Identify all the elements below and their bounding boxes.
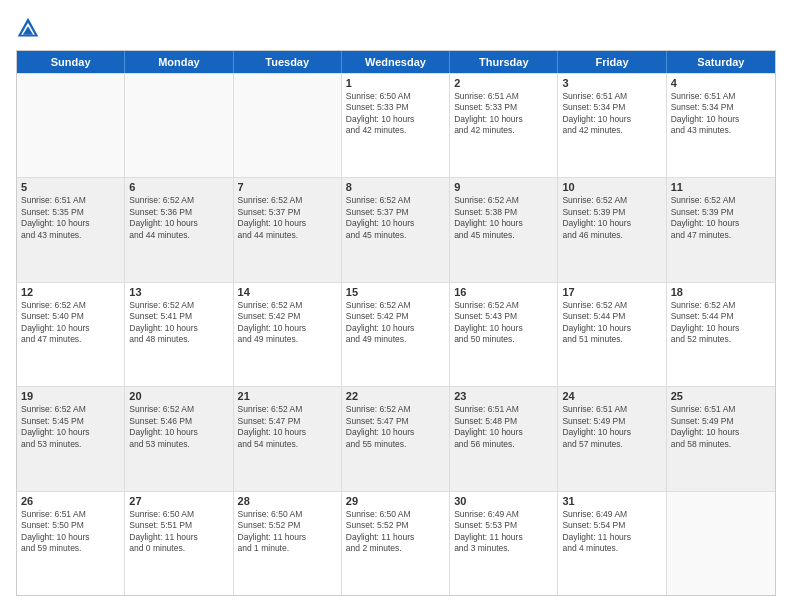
day-number: 14 [238, 286, 337, 298]
day-info: Sunrise: 6:50 AMSunset: 5:51 PMDaylight:… [129, 509, 228, 555]
day-info: Sunrise: 6:49 AMSunset: 5:53 PMDaylight:… [454, 509, 553, 555]
day-number: 16 [454, 286, 553, 298]
calendar-cell: 5Sunrise: 6:51 AMSunset: 5:35 PMDaylight… [17, 178, 125, 281]
day-info: Sunrise: 6:52 AMSunset: 5:46 PMDaylight:… [129, 404, 228, 450]
day-info: Sunrise: 6:52 AMSunset: 5:45 PMDaylight:… [21, 404, 120, 450]
calendar-cell: 13Sunrise: 6:52 AMSunset: 5:41 PMDayligh… [125, 283, 233, 386]
calendar-row-1: 1Sunrise: 6:50 AMSunset: 5:33 PMDaylight… [17, 73, 775, 177]
day-info: Sunrise: 6:52 AMSunset: 5:40 PMDaylight:… [21, 300, 120, 346]
day-number: 6 [129, 181, 228, 193]
day-info: Sunrise: 6:52 AMSunset: 5:47 PMDaylight:… [346, 404, 445, 450]
logo [16, 16, 44, 40]
calendar-cell: 4Sunrise: 6:51 AMSunset: 5:34 PMDaylight… [667, 74, 775, 177]
calendar-cell: 26Sunrise: 6:51 AMSunset: 5:50 PMDayligh… [17, 492, 125, 595]
calendar-row-2: 5Sunrise: 6:51 AMSunset: 5:35 PMDaylight… [17, 177, 775, 281]
calendar-cell [234, 74, 342, 177]
weekday-header-tuesday: Tuesday [234, 51, 342, 73]
day-number: 1 [346, 77, 445, 89]
calendar-cell: 18Sunrise: 6:52 AMSunset: 5:44 PMDayligh… [667, 283, 775, 386]
calendar-cell: 14Sunrise: 6:52 AMSunset: 5:42 PMDayligh… [234, 283, 342, 386]
calendar-header: SundayMondayTuesdayWednesdayThursdayFrid… [17, 51, 775, 73]
calendar-cell: 19Sunrise: 6:52 AMSunset: 5:45 PMDayligh… [17, 387, 125, 490]
calendar-cell: 15Sunrise: 6:52 AMSunset: 5:42 PMDayligh… [342, 283, 450, 386]
calendar-cell [125, 74, 233, 177]
weekday-header-thursday: Thursday [450, 51, 558, 73]
day-number: 22 [346, 390, 445, 402]
day-info: Sunrise: 6:52 AMSunset: 5:36 PMDaylight:… [129, 195, 228, 241]
day-number: 21 [238, 390, 337, 402]
calendar-cell: 20Sunrise: 6:52 AMSunset: 5:46 PMDayligh… [125, 387, 233, 490]
day-info: Sunrise: 6:52 AMSunset: 5:38 PMDaylight:… [454, 195, 553, 241]
calendar-cell [17, 74, 125, 177]
weekday-header-saturday: Saturday [667, 51, 775, 73]
calendar-cell: 23Sunrise: 6:51 AMSunset: 5:48 PMDayligh… [450, 387, 558, 490]
calendar-cell: 22Sunrise: 6:52 AMSunset: 5:47 PMDayligh… [342, 387, 450, 490]
calendar-cell: 3Sunrise: 6:51 AMSunset: 5:34 PMDaylight… [558, 74, 666, 177]
day-number: 15 [346, 286, 445, 298]
day-info: Sunrise: 6:49 AMSunset: 5:54 PMDaylight:… [562, 509, 661, 555]
calendar-cell: 12Sunrise: 6:52 AMSunset: 5:40 PMDayligh… [17, 283, 125, 386]
day-number: 8 [346, 181, 445, 193]
calendar-cell: 30Sunrise: 6:49 AMSunset: 5:53 PMDayligh… [450, 492, 558, 595]
day-number: 13 [129, 286, 228, 298]
day-number: 17 [562, 286, 661, 298]
calendar-cell: 28Sunrise: 6:50 AMSunset: 5:52 PMDayligh… [234, 492, 342, 595]
day-number: 11 [671, 181, 771, 193]
day-info: Sunrise: 6:51 AMSunset: 5:35 PMDaylight:… [21, 195, 120, 241]
weekday-header-wednesday: Wednesday [342, 51, 450, 73]
calendar-cell: 6Sunrise: 6:52 AMSunset: 5:36 PMDaylight… [125, 178, 233, 281]
calendar-body: 1Sunrise: 6:50 AMSunset: 5:33 PMDaylight… [17, 73, 775, 595]
day-info: Sunrise: 6:50 AMSunset: 5:52 PMDaylight:… [346, 509, 445, 555]
calendar-cell: 17Sunrise: 6:52 AMSunset: 5:44 PMDayligh… [558, 283, 666, 386]
day-info: Sunrise: 6:51 AMSunset: 5:34 PMDaylight:… [671, 91, 771, 137]
day-info: Sunrise: 6:51 AMSunset: 5:50 PMDaylight:… [21, 509, 120, 555]
day-info: Sunrise: 6:52 AMSunset: 5:37 PMDaylight:… [238, 195, 337, 241]
calendar-cell: 2Sunrise: 6:51 AMSunset: 5:33 PMDaylight… [450, 74, 558, 177]
calendar-row-5: 26Sunrise: 6:51 AMSunset: 5:50 PMDayligh… [17, 491, 775, 595]
day-number: 24 [562, 390, 661, 402]
day-number: 5 [21, 181, 120, 193]
day-info: Sunrise: 6:52 AMSunset: 5:43 PMDaylight:… [454, 300, 553, 346]
header [16, 16, 776, 40]
calendar-cell: 11Sunrise: 6:52 AMSunset: 5:39 PMDayligh… [667, 178, 775, 281]
day-number: 3 [562, 77, 661, 89]
calendar-cell: 31Sunrise: 6:49 AMSunset: 5:54 PMDayligh… [558, 492, 666, 595]
day-info: Sunrise: 6:52 AMSunset: 5:39 PMDaylight:… [671, 195, 771, 241]
page: SundayMondayTuesdayWednesdayThursdayFrid… [0, 0, 792, 612]
day-info: Sunrise: 6:52 AMSunset: 5:37 PMDaylight:… [346, 195, 445, 241]
day-number: 30 [454, 495, 553, 507]
day-info: Sunrise: 6:51 AMSunset: 5:34 PMDaylight:… [562, 91, 661, 137]
calendar-cell: 9Sunrise: 6:52 AMSunset: 5:38 PMDaylight… [450, 178, 558, 281]
day-number: 29 [346, 495, 445, 507]
day-number: 31 [562, 495, 661, 507]
calendar-cell: 25Sunrise: 6:51 AMSunset: 5:49 PMDayligh… [667, 387, 775, 490]
day-info: Sunrise: 6:52 AMSunset: 5:41 PMDaylight:… [129, 300, 228, 346]
weekday-header-sunday: Sunday [17, 51, 125, 73]
day-info: Sunrise: 6:52 AMSunset: 5:42 PMDaylight:… [346, 300, 445, 346]
day-number: 4 [671, 77, 771, 89]
day-number: 20 [129, 390, 228, 402]
day-number: 23 [454, 390, 553, 402]
day-info: Sunrise: 6:51 AMSunset: 5:49 PMDaylight:… [671, 404, 771, 450]
calendar-cell [667, 492, 775, 595]
calendar-cell: 8Sunrise: 6:52 AMSunset: 5:37 PMDaylight… [342, 178, 450, 281]
calendar-cell: 24Sunrise: 6:51 AMSunset: 5:49 PMDayligh… [558, 387, 666, 490]
day-number: 7 [238, 181, 337, 193]
day-number: 19 [21, 390, 120, 402]
day-info: Sunrise: 6:51 AMSunset: 5:49 PMDaylight:… [562, 404, 661, 450]
day-number: 2 [454, 77, 553, 89]
day-info: Sunrise: 6:52 AMSunset: 5:42 PMDaylight:… [238, 300, 337, 346]
calendar-row-3: 12Sunrise: 6:52 AMSunset: 5:40 PMDayligh… [17, 282, 775, 386]
calendar-cell: 16Sunrise: 6:52 AMSunset: 5:43 PMDayligh… [450, 283, 558, 386]
day-info: Sunrise: 6:52 AMSunset: 5:39 PMDaylight:… [562, 195, 661, 241]
calendar-cell: 1Sunrise: 6:50 AMSunset: 5:33 PMDaylight… [342, 74, 450, 177]
weekday-header-monday: Monday [125, 51, 233, 73]
day-info: Sunrise: 6:50 AMSunset: 5:33 PMDaylight:… [346, 91, 445, 137]
logo-icon [16, 16, 40, 40]
day-number: 10 [562, 181, 661, 193]
calendar-cell: 21Sunrise: 6:52 AMSunset: 5:47 PMDayligh… [234, 387, 342, 490]
calendar-cell: 7Sunrise: 6:52 AMSunset: 5:37 PMDaylight… [234, 178, 342, 281]
day-info: Sunrise: 6:52 AMSunset: 5:44 PMDaylight:… [671, 300, 771, 346]
calendar-row-4: 19Sunrise: 6:52 AMSunset: 5:45 PMDayligh… [17, 386, 775, 490]
day-number: 18 [671, 286, 771, 298]
